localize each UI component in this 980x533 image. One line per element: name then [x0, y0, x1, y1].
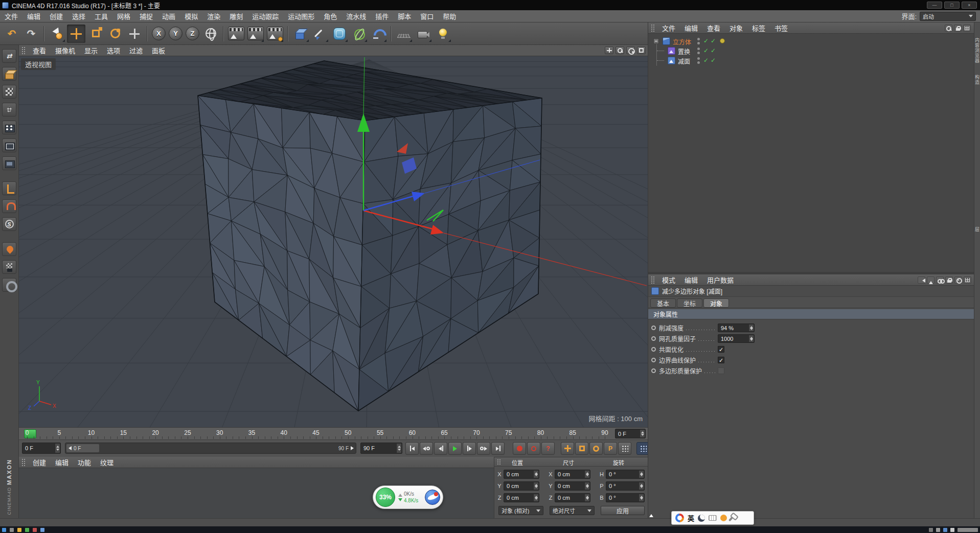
object-name[interactable]: 减面 — [678, 57, 690, 65]
viewport-menu-item[interactable]: 选项 — [102, 44, 125, 56]
lock-icon[interactable] — [945, 276, 953, 284]
menubar-item[interactable]: 工具 — [90, 10, 112, 22]
apply-button[interactable]: 应用 — [601, 506, 645, 515]
menubar-item[interactable]: 运动图形 — [283, 10, 319, 22]
view-toggle-icon[interactable] — [637, 47, 646, 54]
ring-tool-button[interactable] — [2, 278, 16, 292]
layout-icon[interactable] — [963, 25, 971, 32]
history-back-icon[interactable] — [918, 276, 925, 284]
current-frame-field[interactable]: 0 F — [22, 443, 61, 454]
previous-key-button[interactable] — [420, 442, 433, 455]
viewport-menu-item[interactable]: 摄像机 — [51, 44, 80, 56]
accelerator-ball-icon[interactable] — [425, 490, 440, 505]
taskbar-icon[interactable] — [25, 528, 29, 532]
layout-icon[interactable] — [964, 276, 971, 284]
panel-grip[interactable] — [497, 459, 501, 465]
range-start-handle[interactable]: 0 F — [66, 444, 99, 452]
menubar-item[interactable]: 模拟 — [180, 10, 202, 22]
render-view-button[interactable] — [227, 25, 245, 43]
enabled-check-icon[interactable]: ✓ — [711, 47, 716, 54]
taskbar-icon[interactable] — [17, 528, 21, 532]
view-pan-icon[interactable] — [605, 47, 613, 54]
material-menu-item[interactable]: 功能 — [73, 456, 96, 468]
viewport-menu-item[interactable]: 查看 — [28, 44, 51, 56]
tab-layers[interactable]: 层 — [974, 225, 980, 234]
menubar-item[interactable]: 创建 — [45, 10, 67, 22]
material-menu-item[interactable]: 创建 — [28, 456, 51, 468]
texture-mode-button[interactable] — [2, 85, 16, 99]
enabled-check-icon[interactable]: ✓ — [703, 37, 709, 44]
visibility-dots-icon[interactable] — [697, 57, 700, 64]
next-key-button[interactable] — [477, 442, 490, 455]
environment-button[interactable] — [395, 25, 413, 43]
viewport-menu-item[interactable]: 面板 — [147, 44, 170, 56]
tray-icon[interactable] — [943, 528, 947, 532]
attribute-menu-item[interactable]: 用户数据 — [702, 274, 738, 286]
next-frame-button[interactable] — [463, 442, 476, 455]
record-rotation-toggle[interactable] — [589, 442, 603, 455]
play-button[interactable] — [448, 442, 462, 455]
record-pla-toggle[interactable] — [618, 442, 631, 455]
move-tool[interactable] — [67, 25, 85, 43]
link-icon[interactable] — [936, 276, 944, 284]
viewport-menu-item[interactable]: 显示 — [80, 44, 102, 56]
panel-grip[interactable] — [21, 458, 26, 466]
menubar-item[interactable]: 选择 — [67, 10, 90, 22]
enabled-check-icon[interactable]: ✓ — [711, 57, 716, 64]
view-rotate-icon[interactable] — [626, 47, 635, 54]
edges-mode-button[interactable] — [2, 138, 16, 152]
taskbar-icon[interactable] — [10, 528, 14, 532]
ruler-frame-field[interactable]: 0 F — [615, 429, 646, 438]
maximize-button[interactable]: □ — [944, 2, 960, 9]
menubar-item[interactable]: 脚本 — [393, 10, 416, 22]
coplanar-optimize-checkbox[interactable]: ✓ — [718, 346, 724, 353]
object-tree[interactable]: 立方体 ✓ ✓ 置换 ✓ ✓ 减面 ✓ — [648, 34, 974, 272]
object-manager-menu-item[interactable]: 书签 — [770, 22, 792, 34]
redo-button[interactable]: ↷ — [22, 25, 40, 43]
subdivision-surface-button[interactable] — [330, 25, 349, 43]
view-label[interactable]: 透视视图 — [21, 58, 56, 70]
object-row-cube[interactable]: 立方体 ✓ ✓ — [648, 36, 974, 46]
menubar-item[interactable]: 雕刻 — [225, 10, 247, 22]
object-row-reduction[interactable]: 减面 ✓ ✓ — [648, 56, 974, 65]
autokey-button[interactable] — [527, 442, 540, 455]
solo-mode-button[interactable]: S — [2, 217, 16, 231]
position-z-field[interactable]: 0 cm — [504, 493, 539, 502]
enabled-check-icon[interactable]: ✓ — [711, 37, 716, 44]
model-mode-button[interactable] — [2, 67, 16, 81]
panel-grip[interactable] — [21, 47, 26, 54]
menubar-item[interactable]: 捕捉 — [135, 10, 157, 22]
minimize-button[interactable]: — — [927, 2, 942, 9]
keyboard-icon[interactable] — [709, 515, 717, 521]
viewport-menu-item[interactable]: 过滤 — [125, 44, 147, 56]
visibility-dots-icon[interactable] — [697, 47, 700, 55]
interface-select[interactable]: 启动 — [920, 12, 976, 21]
undo-button[interactable]: ↶ — [3, 25, 21, 43]
workplane-lock-button[interactable] — [2, 260, 16, 274]
record-keyframe-button[interactable] — [513, 442, 526, 455]
settings-wrench-icon[interactable] — [728, 515, 735, 521]
last-used-tool[interactable] — [125, 25, 144, 43]
render-settings-button[interactable] — [266, 25, 284, 43]
coordinate-system-button[interactable] — [201, 25, 220, 43]
size-x-field[interactable]: 0 cm — [555, 470, 590, 479]
generators-button[interactable] — [350, 25, 368, 43]
goto-start-button[interactable] — [405, 442, 419, 455]
parent-object-icon[interactable] — [927, 276, 935, 284]
size-mode-select[interactable]: 绝对尺寸 — [550, 506, 595, 515]
live-selection-tool[interactable] — [48, 25, 66, 43]
tab-object[interactable]: 对象 — [703, 298, 729, 308]
position-y-field[interactable]: 0 cm — [504, 481, 539, 491]
end-frame-field[interactable]: 90 F — [360, 443, 402, 454]
previous-frame-button[interactable] — [434, 442, 447, 455]
menubar-item[interactable]: 文件 — [0, 10, 22, 22]
scale-tool[interactable] — [86, 25, 105, 43]
keyframe-circle-icon[interactable] — [651, 347, 656, 352]
menubar-item[interactable]: 流水线 — [341, 10, 371, 22]
material-menu-item[interactable]: 编辑 — [51, 456, 73, 468]
enabled-check-icon[interactable]: ✓ — [703, 47, 709, 54]
spline-pen-button[interactable] — [311, 25, 329, 43]
emoji-icon[interactable] — [720, 515, 727, 521]
range-end-handle[interactable]: 90 F — [338, 444, 354, 452]
material-menu-item[interactable]: 纹理 — [96, 456, 118, 468]
